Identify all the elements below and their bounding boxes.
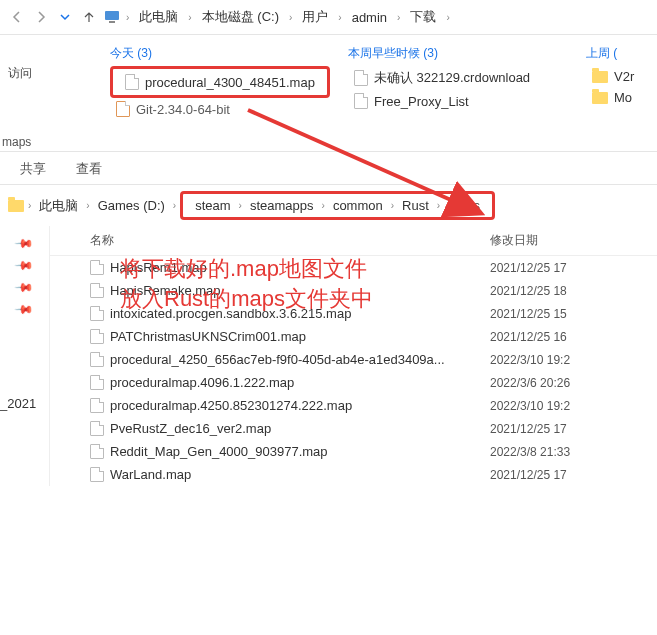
crumb-c-drive[interactable]: 本地磁盘 (C:) [198, 6, 283, 28]
file-date: 2021/12/25 17 [490, 468, 657, 482]
file-icon [90, 375, 104, 390]
crumb-downloads[interactable]: 下载 [406, 6, 440, 28]
table-row[interactable]: Reddit_Map_Gen_4000_903977.map2022/3/8 2… [50, 440, 657, 463]
file-name: Git-2.34.0-64-bit [136, 102, 230, 117]
file-date: 2021/12/25 15 [490, 307, 657, 321]
file-icon [90, 283, 104, 298]
file-name: HapisRemake.map [110, 283, 221, 298]
crumb-users[interactable]: 用户 [298, 6, 332, 28]
column-name[interactable]: 名称 [50, 232, 490, 249]
file-icon [90, 444, 104, 459]
file-icon [90, 329, 104, 344]
chevron-right-icon [86, 200, 89, 211]
table-row[interactable]: PATChristmasUKNSCrim001.map2021/12/25 16 [50, 325, 657, 348]
downloads-groups: 今天 (3) procedural_4300_48451.map Git-2.3… [40, 35, 646, 120]
tab-share[interactable]: 共享 [20, 160, 46, 178]
file-icon [116, 101, 130, 117]
nav-forward-icon[interactable] [32, 8, 50, 26]
file-name: WarLand.map [110, 467, 191, 482]
file-name: HapisRem1.map [110, 260, 207, 275]
file-name: Mo [614, 90, 632, 105]
file-date: 2022/3/8 21:33 [490, 445, 657, 459]
file-date: 2021/12/25 17 [490, 261, 657, 275]
file-name: PveRustZ_dec16_ver2.map [110, 421, 271, 436]
file-name: V2r [614, 69, 634, 84]
chevron-right-icon [239, 200, 242, 211]
crumb-pc[interactable]: 此电脑 [135, 6, 182, 28]
file-icon [90, 260, 104, 275]
chevron-right-icon [322, 200, 325, 211]
chevron-right-icon [126, 12, 129, 23]
file-item[interactable]: procedural_4300_48451.map [119, 71, 321, 93]
file-icon [125, 74, 139, 90]
breadcrumb-bar-maps: 此电脑 Games (D:) steam steamapps common Ru… [0, 185, 657, 226]
crumb-pc[interactable]: 此电脑 [35, 195, 82, 217]
crumb-maps[interactable]: maps [444, 196, 484, 215]
file-icon [90, 398, 104, 413]
table-row[interactable]: HapisRem1.map2021/12/25 17 [50, 256, 657, 279]
ribbon-tabs: 共享 查看 [0, 152, 657, 184]
file-date: 2021/12/25 17 [490, 422, 657, 436]
table-row[interactable]: PveRustZ_dec16_ver2.map2021/12/25 17 [50, 417, 657, 440]
file-icon [354, 93, 368, 109]
group-today-header[interactable]: 今天 (3) [110, 45, 330, 62]
nav-up-icon[interactable] [80, 8, 98, 26]
file-item[interactable]: Free_Proxy_List [348, 90, 568, 112]
crumb-steamapps[interactable]: steamapps [246, 196, 318, 215]
explorer-sidebar: 📌 📌 📌 📌 _2021 [0, 226, 50, 486]
file-name: procedural_4300_48451.map [145, 75, 315, 90]
window-title: maps [0, 135, 31, 149]
file-name: Free_Proxy_List [374, 94, 469, 109]
group-last-week-header[interactable]: 上周 ( [586, 45, 646, 62]
chevron-right-icon [437, 200, 440, 211]
nav-down-icon[interactable] [56, 8, 74, 26]
file-name: proceduralmap.4250.852301274.222.map [110, 398, 352, 413]
sidebar-quick-access-label: 访问 [0, 35, 40, 120]
svg-rect-1 [109, 21, 115, 23]
file-icon [90, 421, 104, 436]
table-row[interactable]: proceduralmap.4250.852301274.222.map2022… [50, 394, 657, 417]
file-item[interactable]: 未确认 322129.crdownload [348, 66, 568, 90]
crumb-games-drive[interactable]: Games (D:) [94, 196, 169, 215]
file-icon [90, 467, 104, 482]
sidebar-folder-label[interactable]: _2021 [0, 396, 36, 411]
file-date: 2022/3/6 20:26 [490, 376, 657, 390]
folder-icon [8, 200, 24, 212]
file-icon [90, 352, 104, 367]
nav-back-icon[interactable] [8, 8, 26, 26]
file-date: 2021/12/25 16 [490, 330, 657, 344]
group-earlier-week-header[interactable]: 本周早些时候 (3) [348, 45, 568, 62]
column-date[interactable]: 修改日期 [490, 232, 657, 249]
group-last-week: 上周 ( V2r Mo [586, 45, 646, 120]
svg-rect-0 [105, 11, 119, 20]
highlight-source-file: procedural_4300_48451.map [110, 66, 330, 98]
file-date: 2022/3/10 19:2 [490, 399, 657, 413]
file-name: 未确认 322129.crdownload [374, 69, 530, 87]
file-name: intoxicated.procgen.sandbox.3.6.215.map [110, 306, 351, 321]
explorer-maps: 此电脑 Games (D:) steam steamapps common Ru… [0, 184, 657, 486]
chevron-right-icon [173, 200, 176, 211]
file-item[interactable]: Mo [586, 87, 646, 108]
breadcrumb-bar-downloads: 此电脑 本地磁盘 (C:) 用户 admin 下载 [0, 0, 657, 35]
chevron-right-icon [338, 12, 341, 23]
crumb-admin[interactable]: admin [348, 8, 391, 27]
table-row[interactable]: WarLand.map2021/12/25 17 [50, 463, 657, 486]
crumb-rust[interactable]: Rust [398, 196, 433, 215]
group-earlier-week: 本周早些时候 (3) 未确认 322129.crdownload Free_Pr… [348, 45, 568, 120]
table-row[interactable]: intoxicated.procgen.sandbox.3.6.215.map2… [50, 302, 657, 325]
chevron-right-icon [188, 12, 191, 23]
tab-view[interactable]: 查看 [76, 160, 102, 178]
chevron-right-icon [28, 200, 31, 211]
file-name: proceduralmap.4096.1.222.map [110, 375, 294, 390]
table-row[interactable]: proceduralmap.4096.1.222.map2022/3/6 20:… [50, 371, 657, 394]
file-item[interactable]: V2r [586, 66, 646, 87]
chevron-right-icon [289, 12, 292, 23]
window-title-bar: maps [0, 128, 657, 152]
file-item[interactable]: Git-2.34.0-64-bit [110, 98, 330, 120]
table-row[interactable]: procedural_4250_656ac7eb-f9f0-405d-ab4e-… [50, 348, 657, 371]
table-row[interactable]: HapisRemake.map2021/12/25 18 [50, 279, 657, 302]
group-today: 今天 (3) procedural_4300_48451.map Git-2.3… [110, 45, 330, 120]
file-name: Reddit_Map_Gen_4000_903977.map [110, 444, 328, 459]
crumb-common[interactable]: common [329, 196, 387, 215]
crumb-steam[interactable]: steam [191, 196, 234, 215]
